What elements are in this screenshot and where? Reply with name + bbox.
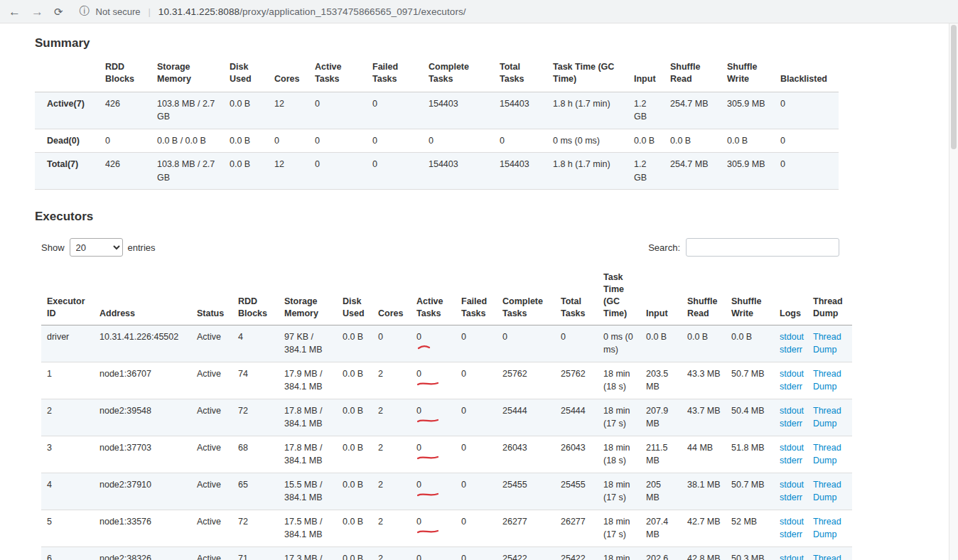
red-underline-annotation bbox=[417, 529, 438, 535]
executor-shuffle-write: 51.8 MB bbox=[726, 436, 774, 473]
executor-input: 211.5 MB bbox=[640, 436, 682, 473]
stderr-link[interactable]: stderr bbox=[780, 417, 802, 431]
executors-column-header[interactable]: Status bbox=[191, 268, 232, 325]
table-controls: Show 20 entries Search: bbox=[41, 238, 839, 257]
summary-cell: 0 bbox=[367, 92, 423, 129]
summary-cell: 154403 bbox=[494, 153, 547, 190]
info-icon[interactable]: ⓘ bbox=[80, 5, 90, 18]
active-tasks-value: 0 bbox=[416, 443, 421, 453]
executor-storage-memory: 17.3 MB / 384.1 MB bbox=[279, 546, 337, 560]
stderr-link[interactable]: stderr bbox=[780, 380, 802, 394]
stdout-link[interactable]: stdout bbox=[780, 404, 802, 418]
scrollbar[interactable] bbox=[949, 23, 958, 560]
summary-cell: 0 bbox=[309, 129, 367, 153]
executor-active-tasks: 0 bbox=[411, 399, 456, 436]
stderr-link[interactable]: stderr bbox=[780, 528, 802, 542]
stdout-link[interactable]: stdout bbox=[780, 441, 802, 455]
executor-failed-tasks: 0 bbox=[456, 325, 497, 362]
executors-column-header[interactable]: Total Tasks bbox=[555, 268, 598, 325]
summary-cell: 0 bbox=[775, 92, 839, 129]
executors-column-header[interactable]: Shuffle Write bbox=[726, 268, 774, 325]
summary-column-header: Blacklisted bbox=[775, 58, 839, 92]
summary-cell: 1.8 h (1.7 min) bbox=[547, 92, 628, 129]
summary-row-label: Total(7) bbox=[35, 153, 99, 190]
search-label: Search: bbox=[648, 242, 680, 253]
executor-total-tasks: 25455 bbox=[555, 473, 598, 510]
reload-icon[interactable]: ⟳ bbox=[54, 6, 63, 17]
stdout-link[interactable]: stdout bbox=[780, 330, 802, 344]
back-icon[interactable]: ← bbox=[9, 6, 21, 18]
thread-dump-link[interactable]: Thread Dump bbox=[813, 443, 841, 466]
executors-column-header[interactable]: Shuffle Read bbox=[682, 268, 726, 325]
executors-column-header[interactable]: Storage Memory bbox=[279, 268, 337, 325]
executors-column-header[interactable]: Address bbox=[94, 268, 191, 325]
summary-cell: 154403 bbox=[423, 92, 494, 129]
stdout-link[interactable]: stdout bbox=[780, 552, 802, 560]
executor-shuffle-write: 0.0 B bbox=[726, 325, 774, 362]
executors-column-header[interactable]: Complete Tasks bbox=[497, 268, 555, 325]
url-bar[interactable]: 10.31.41.225:8088/proxy/application_1537… bbox=[158, 6, 466, 17]
executor-address: node1:33576 bbox=[94, 510, 191, 546]
thread-dump-link[interactable]: Thread Dump bbox=[813, 480, 841, 503]
stderr-link[interactable]: stderr bbox=[780, 454, 802, 468]
executors-column-header[interactable]: Executor ID bbox=[41, 268, 94, 325]
executors-column-header[interactable]: Input bbox=[640, 268, 682, 325]
executor-task-time: 18 min (18 s) bbox=[598, 436, 640, 473]
url-divider: | bbox=[148, 6, 150, 17]
executor-active-tasks: 0 bbox=[411, 325, 456, 362]
stderr-link[interactable]: stderr bbox=[780, 491, 802, 505]
show-label: Show bbox=[41, 242, 65, 253]
executor-rdd-blocks: 68 bbox=[232, 436, 279, 473]
summary-row-label: Dead(0) bbox=[35, 129, 99, 153]
executor-input: 0.0 B bbox=[640, 325, 682, 362]
summary-row: Total(7)426103.8 MB / 2.7 GB0.0 B1200154… bbox=[35, 153, 839, 190]
executors-column-header[interactable]: RDD Blocks bbox=[232, 268, 279, 325]
executor-task-time: 0 ms (0 ms) bbox=[598, 325, 640, 362]
executor-input: 207.9 MB bbox=[640, 399, 682, 436]
thread-dump-link[interactable]: Thread Dump bbox=[813, 369, 841, 392]
stderr-link[interactable]: stderr bbox=[780, 343, 802, 357]
executors-column-header[interactable]: Failed Tasks bbox=[456, 268, 497, 325]
security-badge[interactable]: Not secure bbox=[96, 6, 141, 17]
executor-shuffle-write: 52 MB bbox=[726, 510, 774, 546]
summary-column-header: Input bbox=[628, 58, 664, 92]
executor-total-tasks: 25444 bbox=[555, 399, 598, 436]
executors-table-body: driver10.31.41.226:45502Active497 KB / 3… bbox=[41, 325, 852, 560]
executors-column-header[interactable]: Task Time (GC Time) bbox=[598, 268, 640, 325]
executor-storage-memory: 17.8 MB / 384.1 MB bbox=[279, 436, 337, 473]
forward-icon[interactable]: → bbox=[31, 6, 43, 18]
thread-dump-link[interactable]: Thread Dump bbox=[813, 517, 841, 540]
executor-task-time: 18 min (17 s) bbox=[598, 510, 640, 546]
entries-select[interactable]: 20 bbox=[70, 238, 123, 257]
summary-cell: 254.7 MB bbox=[664, 92, 721, 129]
executor-logs: stdoutstderr bbox=[774, 546, 807, 560]
stdout-link[interactable]: stdout bbox=[780, 367, 802, 381]
search-input[interactable] bbox=[686, 238, 839, 257]
stdout-link[interactable]: stdout bbox=[780, 478, 802, 492]
thread-dump-link[interactable]: Thread Dump bbox=[813, 554, 841, 560]
executors-column-header[interactable]: Thread Dump bbox=[807, 268, 852, 325]
executor-active-tasks: 0 bbox=[411, 436, 456, 473]
executor-cores: 0 bbox=[372, 325, 411, 362]
executor-rdd-blocks: 71 bbox=[232, 546, 279, 560]
executor-id: 3 bbox=[41, 436, 94, 473]
red-underline-annotation bbox=[417, 344, 431, 350]
stdout-link[interactable]: stdout bbox=[780, 515, 802, 529]
executors-column-header[interactable]: Cores bbox=[372, 268, 411, 325]
scrollbar-thumb[interactable] bbox=[951, 25, 957, 149]
executor-complete-tasks: 0 bbox=[497, 325, 555, 362]
executor-complete-tasks: 25422 bbox=[497, 546, 555, 560]
executor-total-tasks: 26277 bbox=[555, 510, 598, 546]
executors-column-header[interactable]: Logs bbox=[774, 268, 807, 325]
executor-complete-tasks: 26277 bbox=[497, 510, 555, 546]
thread-dump-link[interactable]: Thread Dump bbox=[813, 332, 841, 355]
executor-id: 4 bbox=[41, 473, 94, 510]
executors-column-header[interactable]: Active Tasks bbox=[411, 268, 456, 325]
executor-thread-dump: Thread Dump bbox=[807, 510, 852, 546]
executor-task-time: 18 min (17 s) bbox=[598, 546, 640, 560]
thread-dump-link[interactable]: Thread Dump bbox=[813, 406, 841, 429]
summary-cell: 154403 bbox=[494, 92, 547, 129]
executor-shuffle-write: 50.7 MB bbox=[726, 473, 774, 510]
executors-column-header[interactable]: Disk Used bbox=[337, 268, 372, 325]
summary-cell: 0 bbox=[775, 153, 839, 190]
